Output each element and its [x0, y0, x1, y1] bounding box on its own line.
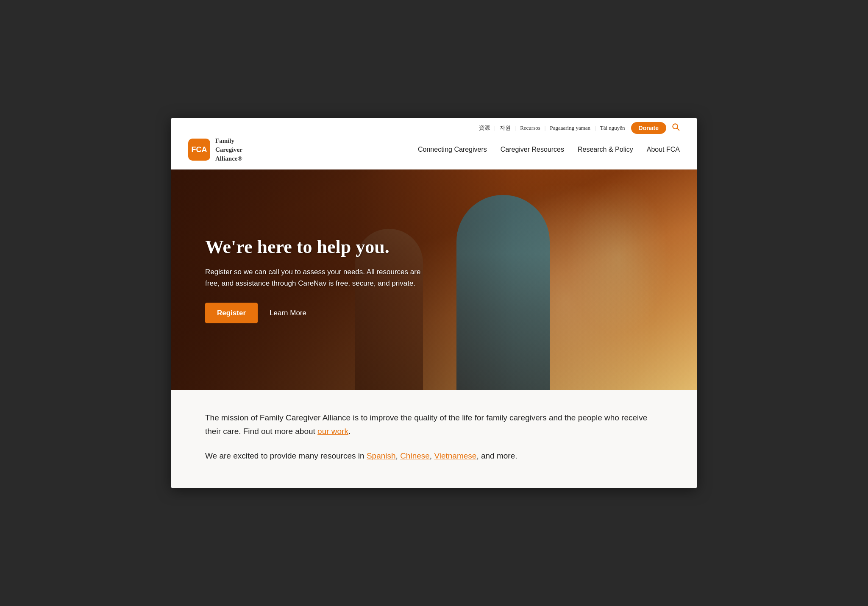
hero-subtitle: Register so we can call you to assess yo…	[205, 266, 426, 289]
content-section: The mission of Family Caregiver Alliance…	[171, 390, 697, 489]
our-work-link[interactable]: our work	[317, 427, 348, 436]
hero-section: We're here to help you. Register so we c…	[171, 170, 697, 390]
header-top-bar: 資源 | 자원 | Recursos | Pagaaaring yaman | …	[171, 118, 697, 136]
site-header: 資源 | 자원 | Recursos | Pagaaaring yaman | …	[171, 118, 697, 170]
nav-research-policy[interactable]: Research & Policy	[578, 146, 633, 153]
mission-paragraph: The mission of Family Caregiver Alliance…	[205, 411, 663, 439]
donate-button[interactable]: Donate	[631, 122, 666, 134]
hero-actions: Register Learn More	[205, 303, 426, 323]
comma-2: ,	[430, 451, 434, 460]
mission-text-prefix: The mission of Family Caregiver Alliance…	[205, 413, 647, 436]
register-button[interactable]: Register	[205, 303, 258, 323]
nav-about-fca[interactable]: About FCA	[647, 146, 680, 153]
lang-ko[interactable]: 자원	[500, 124, 511, 132]
lang-es[interactable]: Recursos	[520, 125, 540, 131]
search-icon	[671, 122, 680, 131]
svg-line-1	[677, 128, 679, 131]
resources-paragraph: We are excited to provide many resources…	[205, 449, 663, 463]
resources-text-suffix: , and more.	[476, 451, 517, 460]
separator-3: |	[545, 125, 546, 131]
resources-text-prefix: We are excited to provide many resources…	[205, 451, 367, 460]
nav-connecting-caregivers[interactable]: Connecting Caregivers	[418, 146, 487, 153]
lang-tl[interactable]: Pagaaaring yaman	[550, 125, 590, 131]
separator-1: |	[494, 125, 495, 131]
lang-vi[interactable]: Tài nguyên	[600, 125, 625, 131]
main-navigation: Connecting Caregivers Caregiver Resource…	[418, 146, 680, 153]
mission-text-suffix: .	[348, 427, 351, 436]
logo-icon: FCA	[188, 139, 210, 161]
hero-title: We're here to help you.	[205, 236, 426, 258]
hero-content: We're here to help you. Register so we c…	[205, 236, 426, 323]
chinese-link[interactable]: Chinese	[400, 451, 430, 460]
site-logo[interactable]: FCA Family Caregiver Alliance®	[188, 136, 242, 163]
header-main-bar: FCA Family Caregiver Alliance® Connectin…	[171, 136, 697, 169]
learn-more-link[interactable]: Learn More	[270, 309, 306, 317]
logo-text: Family Caregiver Alliance®	[215, 136, 242, 163]
lang-zh[interactable]: 資源	[479, 124, 490, 132]
browser-frame: 資源 | 자원 | Recursos | Pagaaaring yaman | …	[171, 118, 697, 489]
separator-2: |	[515, 125, 516, 131]
separator-4: |	[595, 125, 596, 131]
vietnamese-link[interactable]: Vietnamese	[434, 451, 476, 460]
nav-caregiver-resources[interactable]: Caregiver Resources	[501, 146, 564, 153]
search-button[interactable]	[671, 122, 680, 133]
comma-1: ,	[396, 451, 401, 460]
spanish-link[interactable]: Spanish	[367, 451, 396, 460]
